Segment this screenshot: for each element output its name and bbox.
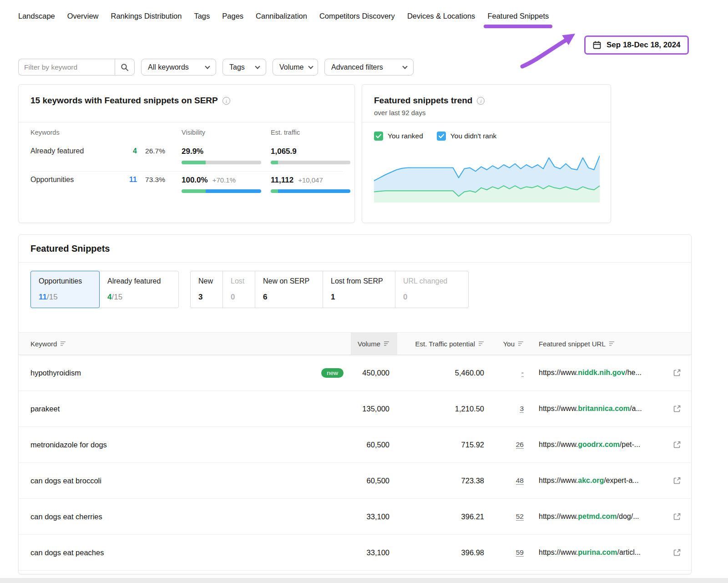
column-header-featured-snippet-url[interactable]: Featured snippet URL — [531, 333, 691, 355]
volume-dropdown[interactable]: Volume — [273, 59, 318, 76]
legend-you-ranked[interactable]: You ranked — [374, 132, 423, 141]
tab-denominator: /15 — [111, 293, 122, 301]
external-link-icon[interactable] — [673, 405, 681, 413]
url-path: /dog/... — [617, 512, 639, 520]
you-rank-link[interactable]: - — [521, 369, 524, 377]
nav-item-landscape[interactable]: Landscape — [18, 12, 55, 20]
visibility-delta: +70.1% — [212, 176, 236, 184]
traffic-potential-value: 715.92 — [397, 427, 491, 462]
nav-item-tags[interactable]: Tags — [194, 12, 210, 20]
sort-icon — [518, 341, 524, 346]
search-icon — [121, 63, 129, 71]
nav-item-featured-snippets[interactable]: Featured Snippets — [487, 12, 549, 20]
keyword-text: hypothyroidism — [30, 369, 81, 377]
summary-row-label: Already featured — [30, 147, 121, 155]
tab-already-featured[interactable]: Already featured 4/15 — [99, 271, 179, 308]
external-link-icon[interactable] — [673, 441, 681, 449]
you-rank-link[interactable]: 48 — [516, 477, 524, 485]
tab-count: 0 — [231, 293, 235, 302]
tags-dropdown[interactable]: Tags — [222, 59, 266, 76]
nav-item-overview[interactable]: Overview — [67, 12, 99, 20]
snippet-url: https://www.purina.com/articl... — [539, 548, 668, 557]
keyword-text: can dogs eat broccoli — [30, 477, 101, 485]
all-keywords-dropdown[interactable]: All keywords — [141, 59, 216, 76]
you-rank-link[interactable]: 59 — [516, 548, 524, 557]
tab-new[interactable]: New 3 — [190, 271, 223, 308]
external-link-icon[interactable] — [673, 548, 681, 557]
external-link-icon[interactable] — [673, 369, 681, 377]
tab-label: Lost from SERP — [331, 277, 383, 285]
tab-label: Already featured — [107, 277, 161, 285]
snippet-url: https://www.niddk.nih.gov/he... — [539, 369, 668, 377]
nav-item-competitors-discovery[interactable]: Competitors Discovery — [319, 12, 395, 20]
featured-keywords-summary-card: 15 keywords with Featured snippets on SE… — [18, 84, 355, 223]
tab-count: 6 — [263, 293, 267, 302]
tab-new-on-serp[interactable]: New on SERP 6 — [255, 271, 323, 308]
summary-row-opportunities: Opportunities 11 73.3% 100.0%+70.1% 11,1… — [30, 172, 343, 200]
column-label: Featured snippet URL — [539, 340, 606, 348]
keyword-filter-input[interactable] — [18, 59, 115, 76]
legend-you-didnt-rank[interactable]: You didn't rank — [437, 132, 497, 141]
tab-label: URL changed — [403, 277, 447, 285]
featured-snippets-card: Featured Snippets Opportunities 11/15 Al… — [18, 234, 692, 574]
url-path: /expert-a... — [604, 477, 638, 484]
traffic-value: 11,112 — [271, 176, 293, 184]
info-icon[interactable]: i — [222, 97, 230, 105]
column-header-traffic-potential[interactable]: Est. Traffic potential — [397, 333, 491, 355]
nav-item-rankings-distribution[interactable]: Rankings Distribution — [111, 12, 182, 20]
featured-snippets-page: Landscape Overview Rankings Distribution… — [0, 0, 728, 583]
keyword-text: can dogs eat peaches — [30, 548, 104, 557]
tab-lost[interactable]: Lost 0 — [222, 271, 255, 308]
date-range-picker[interactable]: Sep 18-Dec 18, 2024 — [584, 35, 689, 55]
table-row: hypothyroidismnew 450,000 5,460.00 - htt… — [19, 355, 691, 391]
keywords-table: Keyword Volume Est. Traffic potential Yo… — [19, 332, 691, 571]
column-header-keyword[interactable]: Keyword — [19, 333, 351, 355]
summary-card-title: 15 keywords with Featured snippets on SE… — [30, 96, 218, 106]
tab-count: 0 — [403, 293, 407, 302]
summary-row-share: 73.3% — [137, 176, 165, 184]
column-header-volume[interactable]: Volume — [351, 333, 397, 355]
tab-lost-from-serp[interactable]: Lost from SERP 1 — [323, 271, 395, 308]
keyword-text: parakeet — [30, 405, 60, 413]
you-rank-link[interactable]: 52 — [516, 512, 524, 521]
volume-value: 33,100 — [351, 535, 397, 570]
tab-url-changed[interactable]: URL changed 0 — [395, 271, 469, 308]
nav-item-pages[interactable]: Pages — [222, 12, 243, 20]
nav-item-devices-locations[interactable]: Devices & Locations — [407, 12, 475, 20]
info-icon[interactable]: i — [477, 97, 485, 105]
new-badge: new — [321, 368, 344, 378]
you-rank-link[interactable]: 3 — [520, 405, 524, 413]
snippet-filter-group-primary: Opportunities 11/15 Already featured 4/1… — [30, 271, 179, 308]
trend-card-header: Featured snippets trend i over last 92 d… — [362, 85, 611, 122]
url-domain: goodrx.com — [578, 441, 620, 448]
calendar-icon — [592, 41, 602, 50]
summary-card-header: 15 keywords with Featured snippets on SE… — [19, 85, 354, 122]
url-domain: akc.org — [578, 477, 604, 484]
search-button[interactable] — [115, 59, 135, 76]
trend-chart — [374, 147, 600, 203]
you-rank-link[interactable]: 26 — [516, 441, 524, 449]
url-domain: niddk.nih.gov — [578, 369, 625, 376]
tab-label: New — [198, 277, 213, 285]
tab-count: 3 — [198, 293, 202, 302]
tags-dropdown-label: Tags — [229, 63, 245, 71]
keyword-filter-group — [18, 59, 135, 76]
visibility-progress-bar — [182, 161, 261, 164]
checkbox-checked-icon[interactable] — [437, 132, 446, 141]
external-link-icon[interactable] — [673, 512, 681, 521]
advanced-filters-dropdown[interactable]: Advanced filters — [324, 59, 414, 76]
tab-opportunities[interactable]: Opportunities 11/15 — [30, 271, 100, 308]
traffic-progress-bar — [271, 189, 350, 193]
visibility-value: 29.9% — [182, 147, 203, 156]
checkbox-checked-icon[interactable] — [374, 132, 383, 141]
sort-icon — [60, 341, 66, 346]
nav-item-cannibalization[interactable]: Cannibalization — [256, 12, 307, 20]
column-header-you[interactable]: You — [491, 333, 531, 355]
summary-col-traffic: Est. traffic — [271, 129, 343, 136]
table-row: can dogs eat peaches 33,100 396.98 59 ht… — [19, 535, 691, 571]
url-prefix: https://www. — [539, 512, 578, 520]
chevron-down-icon — [205, 64, 210, 69]
tab-count: 11 — [39, 293, 47, 301]
external-link-icon[interactable] — [673, 477, 681, 485]
visibility-progress-bar — [182, 189, 261, 193]
